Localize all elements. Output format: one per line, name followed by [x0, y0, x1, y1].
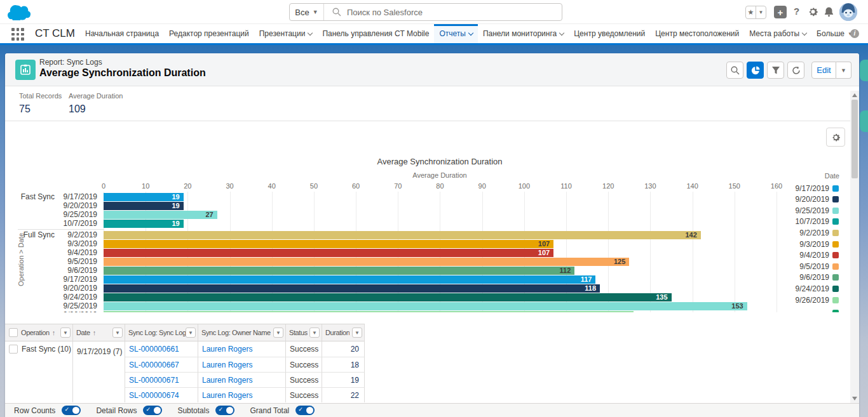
bar[interactable]: 112 — [104, 267, 574, 275]
bar[interactable]: 125 — [104, 258, 629, 266]
nav-tab[interactable]: Редактор презентаций — [164, 24, 254, 43]
bar-value-label: 107 — [538, 240, 550, 248]
status-value: Success — [286, 372, 322, 387]
select-all-checkbox[interactable] — [9, 328, 18, 337]
toggle-switch[interactable]: ✓ — [62, 406, 81, 415]
chevron-down-icon — [559, 30, 564, 35]
x-tick-label: 0 — [102, 182, 105, 190]
app-launcher-icon[interactable] — [11, 28, 24, 41]
legend-swatch[interactable] — [832, 274, 839, 281]
scroll-down-arrow[interactable] — [852, 397, 857, 400]
sync-log-link[interactable]: SL-000000667 — [125, 357, 198, 372]
owner-link[interactable]: Lauren Rogers — [198, 387, 286, 402]
nav-tab[interactable]: Презентации — [254, 24, 318, 43]
global-search[interactable]: Все ▼ Поиск по Salesforce — [289, 3, 562, 21]
column-menu-button[interactable]: ▼ — [273, 328, 283, 338]
chart-title: Average Synchronization Duration — [377, 157, 502, 166]
nav-tab[interactable]: Отчеты — [434, 24, 477, 43]
legend-swatch[interactable] — [832, 230, 839, 236]
column-header[interactable]: Sync Log: Sync Log▼ — [125, 324, 198, 341]
bar[interactable]: 117 — [104, 275, 595, 284]
nav-tab[interactable]: Места работы — [744, 24, 811, 43]
column-header[interactable]: Duration▼ — [322, 324, 365, 341]
summary-row: Total Records75Average Duration109 — [5, 86, 859, 121]
toggle-switch[interactable]: ✓ — [143, 406, 162, 415]
column-menu-button[interactable]: ▼ — [352, 328, 362, 338]
sync-log-link[interactable]: SL-000000674 — [125, 387, 198, 402]
column-menu-button[interactable]: ▼ — [60, 328, 71, 338]
star-icon[interactable]: ★ — [746, 6, 756, 18]
column-header[interactable]: Date↑▼ — [73, 324, 125, 341]
bar[interactable]: 135 — [104, 293, 672, 301]
bar[interactable]: 27 — [104, 211, 217, 219]
info-icon[interactable]: i — [850, 29, 859, 38]
filter-icon — [771, 66, 780, 75]
favorites-button[interactable]: ★ ▼ — [745, 6, 766, 19]
legend-swatch[interactable] — [832, 208, 839, 214]
bar-value-label: 27 — [205, 211, 213, 219]
toggle-switch[interactable]: ✓ — [295, 406, 315, 415]
nav-tab[interactable]: Центр местоположений — [650, 24, 744, 43]
edit-dropdown-button[interactable]: ▼ — [836, 62, 851, 79]
legend-swatch[interactable] — [832, 252, 839, 258]
legend-swatch[interactable] — [832, 218, 839, 225]
vertical-scrollbar[interactable] — [850, 91, 859, 403]
owner-link[interactable]: Lauren Rogers — [198, 341, 286, 357]
report-search-button[interactable] — [726, 62, 743, 79]
nav-tab[interactable]: Панель управления CT Mobile — [317, 24, 434, 43]
legend-swatch[interactable] — [832, 196, 839, 202]
column-header[interactable]: Sync Log: Owner Name▼ — [198, 324, 286, 341]
row-checkbox[interactable] — [9, 345, 18, 354]
bar[interactable]: 19 — [104, 202, 184, 210]
scrollbar-thumb[interactable] — [851, 100, 858, 178]
toggle-switch[interactable]: ✓ — [215, 406, 234, 415]
legend-swatch[interactable] — [832, 297, 839, 303]
edit-button[interactable]: Edit — [811, 62, 836, 79]
legend-swatch[interactable] — [832, 185, 839, 192]
bar[interactable]: 107 — [104, 249, 553, 257]
favorites-caret[interactable]: ▼ — [756, 6, 766, 18]
user-avatar[interactable] — [839, 3, 857, 21]
bar[interactable]: 118 — [104, 284, 600, 293]
legend-swatch[interactable] — [832, 263, 839, 270]
bar[interactable]: 107 — [104, 240, 553, 248]
refresh-button[interactable] — [787, 62, 804, 79]
chart-row-label: 9/25/2019 — [5, 302, 97, 310]
sync-log-link[interactable]: SL-000000671 — [125, 372, 198, 387]
legend-swatch[interactable] — [832, 286, 839, 292]
sync-log-link[interactable]: SL-000000661 — [125, 341, 198, 357]
bar[interactable] — [104, 311, 634, 312]
bar[interactable]: 153 — [104, 302, 747, 310]
x-tick-label: 130 — [644, 182, 656, 190]
search-input[interactable]: Поиск по Salesforce — [324, 8, 562, 17]
filter-button[interactable] — [767, 62, 784, 79]
toggle-chart-button[interactable] — [747, 62, 764, 79]
column-header[interactable]: Operation↑▼ — [5, 324, 73, 341]
legend-label: 9/20/2019 — [766, 196, 829, 203]
column-header[interactable]: Status▼ — [286, 324, 322, 341]
notifications-bell-icon[interactable] — [824, 6, 834, 19]
nav-tab[interactable]: Панели мониторинга — [478, 24, 569, 43]
owner-link[interactable]: Lauren Rogers — [198, 357, 286, 372]
help-icon[interactable]: ? — [794, 6, 799, 17]
chart-settings-button[interactable] — [826, 128, 845, 147]
scroll-up-arrow[interactable] — [852, 93, 857, 97]
bar[interactable]: 19 — [104, 220, 184, 228]
chart-row-label: 9/26/2019 — [5, 311, 97, 312]
toggle-label: Row Counts — [14, 406, 55, 415]
owner-link[interactable]: Lauren Rogers — [198, 372, 286, 387]
search-scope-dropdown[interactable]: Все ▼ — [290, 4, 324, 20]
nav-tab[interactable]: Центр уведомлений — [569, 24, 650, 43]
column-menu-button[interactable]: ▼ — [186, 328, 196, 338]
bar[interactable]: 19 — [104, 193, 184, 201]
column-menu-button[interactable]: ▼ — [309, 328, 320, 338]
setup-gear-icon[interactable] — [808, 6, 818, 19]
toggle-knob — [306, 407, 313, 414]
legend-swatch[interactable] — [832, 310, 839, 312]
global-actions-button[interactable]: + — [774, 6, 787, 18]
column-menu-button[interactable]: ▼ — [112, 328, 123, 338]
nav-tab[interactable]: Начальная страница — [80, 24, 164, 43]
legend-swatch[interactable] — [832, 241, 839, 248]
legend-label: 9/2/2019 — [766, 230, 829, 237]
bar[interactable]: 142 — [104, 231, 701, 239]
